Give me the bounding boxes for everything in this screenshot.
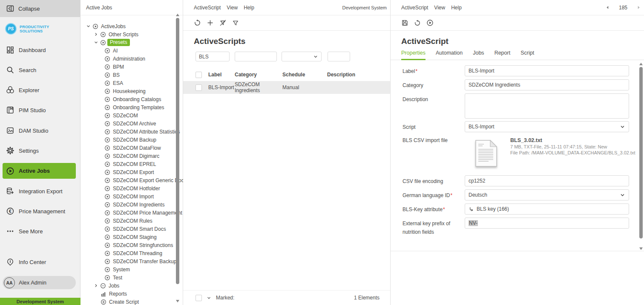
scrollbar-thumb[interactable] xyxy=(639,67,643,238)
chevron-down-icon[interactable] xyxy=(207,296,211,300)
tree-node-sdzecom-attribute-statistics[interactable]: SDZeCOM Attribute Statistics xyxy=(80,128,175,136)
scroll-down-arrow[interactable] xyxy=(639,247,643,250)
sidebar-item-pim-studio[interactable]: PIM Studio xyxy=(6,106,46,114)
chevron-down-icon[interactable] xyxy=(86,24,91,29)
label-input[interactable] xyxy=(465,65,629,76)
filter-icon[interactable] xyxy=(232,20,239,26)
tree-node-sdzecom-ingredients[interactable]: SDZeCOM Ingredients xyxy=(80,200,175,209)
tree-node-bpm[interactable]: BPM xyxy=(80,63,175,71)
tree-node-activejobs[interactable]: ActiveJobs xyxy=(80,22,175,30)
tree-node-jobs[interactable]: Jobs xyxy=(80,282,175,290)
category-input[interactable] xyxy=(465,79,629,90)
tree-node-sdzecom-stringfunctions[interactable]: SDZeCOM Stringfunctions xyxy=(80,241,175,249)
encoding-input[interactable] xyxy=(465,175,629,186)
tree-node-sdzecom-threading[interactable]: SDZeCOM Threading xyxy=(80,249,175,257)
encoding-field-caption: CSV file encoding xyxy=(402,178,443,184)
form-scrollbar[interactable] xyxy=(638,62,644,251)
tree-node-sdzecom-digimarc[interactable]: SDZeCOM Digimarc xyxy=(80,152,175,160)
plus-circle-icon xyxy=(101,299,106,305)
marked-label: Marked: xyxy=(216,295,234,301)
tree-node-sdzecom-eprel[interactable]: SDZeCOM EPREL xyxy=(80,160,175,168)
scroll-up-arrow[interactable] xyxy=(176,14,179,16)
tree-node-ai[interactable]: AI xyxy=(80,46,175,55)
category-filter-input[interactable] xyxy=(235,52,277,61)
tree-node-other-scripts[interactable]: Other Scripts xyxy=(80,30,175,38)
tree-scrollbar[interactable] xyxy=(175,12,180,305)
tree-node-sdzecom-price-management[interactable]: SDZeCOM Price Management xyxy=(80,209,175,217)
filter-row xyxy=(183,52,390,61)
sidebar-item-see-more[interactable]: See More xyxy=(6,227,43,235)
scrollbar-thumb[interactable] xyxy=(176,18,179,284)
clear-filter-icon[interactable] xyxy=(219,19,227,26)
tree-node-sdzecom-import[interactable]: SDZeCOM Import xyxy=(80,192,175,200)
tree-node-sdzecom-rules[interactable]: SDZeCOM Rules xyxy=(80,217,175,225)
tree-node-sdzecom-dataflow[interactable]: SDZeCOM DataFlow xyxy=(80,144,175,152)
tree-node-create-script[interactable]: Create Script xyxy=(80,298,175,305)
tree-node-reports[interactable]: Reports xyxy=(80,290,175,298)
tree-node-sdzecom-export-generic-docs[interactable]: SDZeCOM Export Generic Docs xyxy=(80,176,175,184)
sidebar-item-search[interactable]: Search xyxy=(6,66,36,74)
script-select[interactable]: BLS-Import xyxy=(465,121,629,132)
sidebar-item-price-management[interactable]: Price Management xyxy=(6,207,65,215)
tree-node-administration[interactable]: Administration xyxy=(80,55,175,63)
tree-node-presets-selected[interactable]: Presets xyxy=(80,38,175,46)
sidebar-item-active-jobs[interactable]: Active Jobs xyxy=(3,163,76,179)
menu-view[interactable]: View xyxy=(227,5,238,11)
category-field-caption: Category xyxy=(402,82,423,88)
chevron-down-icon[interactable] xyxy=(94,40,98,45)
table-row-bls-import[interactable]: BLS-Import SDZeCOM Ingredients Manual xyxy=(183,81,390,94)
tree-node-sdzecom[interactable]: SDZeCOM xyxy=(80,111,175,119)
menu-help[interactable]: Help xyxy=(244,5,254,11)
tree-node-sdzecom-staging[interactable]: SDZeCOM Staging xyxy=(80,233,175,241)
add-icon[interactable] xyxy=(207,19,214,26)
tree-node-sdzecom-backup[interactable]: SDZeCOM Backup xyxy=(80,136,175,144)
bls-key-field-caption: BLS-Key attribute xyxy=(402,206,445,212)
sidebar-item-settings[interactable]: Settings xyxy=(6,146,39,155)
tree-node-test[interactable]: Test xyxy=(80,273,175,282)
bls-key-attribute-field[interactable]: BLS key (166) xyxy=(465,203,629,215)
collapse-icon xyxy=(6,4,14,13)
description-field-caption: Description xyxy=(402,96,428,102)
row-checkbox[interactable] xyxy=(196,84,202,91)
user-menu[interactable]: AA Alex Admin xyxy=(3,276,76,289)
select-all-checkbox[interactable] xyxy=(196,72,202,78)
sidebar-item-info-center[interactable]: Info Center xyxy=(6,258,46,266)
sidebar-item-integration-export[interactable]: Integration Export xyxy=(6,187,63,195)
sidebar-item-dashboard[interactable]: Dashboard xyxy=(6,46,46,54)
scroll-up-arrow[interactable] xyxy=(639,63,643,65)
tree-node-sdzecom-transfer-backup[interactable]: SDZeCOM Transfer Backup xyxy=(80,257,175,265)
description-textarea[interactable] xyxy=(465,93,629,119)
scroll-down-arrow[interactable] xyxy=(176,300,179,302)
sidebar-item-dam-studio[interactable]: DAM Studio xyxy=(6,126,48,135)
tree-node-onboarding-catalogs[interactable]: Onboarding Catalogs xyxy=(80,95,175,103)
tree-node-sdzecom-smart-docs[interactable]: SDZeCOM Smart Docs xyxy=(80,225,175,233)
schedule-filter-select[interactable] xyxy=(282,52,322,61)
tree-node-sdzecom-export[interactable]: SDZeCOM Export xyxy=(80,168,175,176)
activescript-detail-panel: ActiveScript View Help 185 ActiveScript … xyxy=(390,0,644,305)
description-filter-input[interactable] xyxy=(328,52,350,61)
chevron-right-icon[interactable] xyxy=(94,32,98,37)
collapse-button[interactable]: Collapse xyxy=(0,0,80,17)
play-circle-icon xyxy=(104,153,110,159)
tree-node-housekeeping[interactable]: Housekeeping xyxy=(80,87,175,95)
logo-text: PRODUCTIVITY SOLUTIONS xyxy=(20,25,49,33)
menu-activescript[interactable]: ActiveScript xyxy=(194,5,221,11)
tree-node-sdzecom-hotfolder[interactable]: SDZeCOM Hotfolder xyxy=(80,184,175,192)
prefix-input[interactable]: NV- xyxy=(465,218,629,229)
tree-node-sdzecom-archive[interactable]: SDZeCOM Archive xyxy=(80,119,175,128)
tree-node-bs[interactable]: BS xyxy=(80,71,175,79)
tree-node-system[interactable]: System xyxy=(80,265,175,273)
marked-checkbox[interactable] xyxy=(196,295,202,301)
chevron-right-icon[interactable] xyxy=(94,283,98,288)
label-filter-input[interactable] xyxy=(196,52,230,61)
tree-node-esa[interactable]: ESA xyxy=(80,79,175,87)
tree-node-onboarding-templates[interactable]: Onboarding Templates xyxy=(80,103,175,111)
document-file-icon[interactable] xyxy=(474,140,498,168)
column-header-description: Description xyxy=(327,72,390,78)
brand-logo[interactable]: PS PRODUCTIVITY SOLUTIONS xyxy=(5,23,49,35)
form-divider xyxy=(391,251,644,251)
play-circle-icon xyxy=(104,186,110,192)
refresh-icon[interactable] xyxy=(194,19,201,26)
sidebar-item-explorer[interactable]: Explorer xyxy=(6,86,39,94)
german-language-select[interactable]: Deutsch xyxy=(465,189,629,200)
